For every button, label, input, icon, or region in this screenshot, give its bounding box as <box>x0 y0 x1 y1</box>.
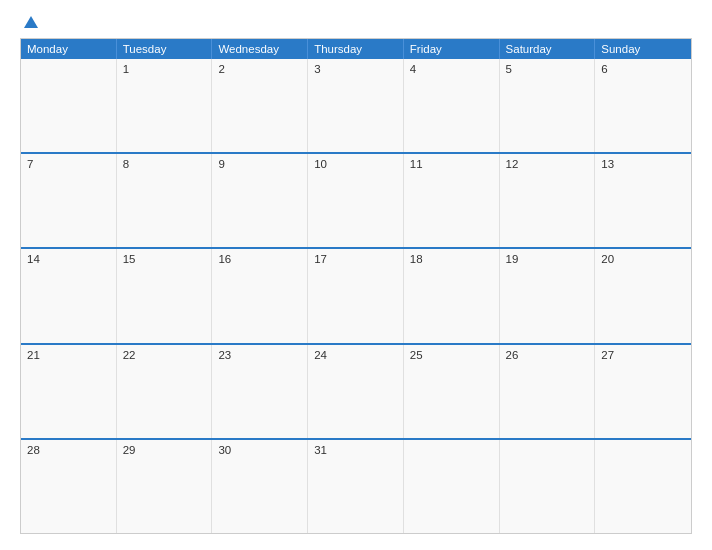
day-number: 2 <box>218 63 301 75</box>
day-cell: 14 <box>21 249 117 342</box>
week-row-4: 28293031 <box>21 438 691 533</box>
day-number: 29 <box>123 444 206 456</box>
day-number: 12 <box>506 158 589 170</box>
day-number: 15 <box>123 253 206 265</box>
day-header-friday: Friday <box>404 39 500 59</box>
day-number: 3 <box>314 63 397 75</box>
day-number: 10 <box>314 158 397 170</box>
day-cell: 28 <box>21 440 117 533</box>
header <box>20 16 692 28</box>
day-number: 31 <box>314 444 397 456</box>
day-cell: 19 <box>500 249 596 342</box>
calendar-grid: MondayTuesdayWednesdayThursdayFridaySatu… <box>20 38 692 534</box>
day-cell: 31 <box>308 440 404 533</box>
day-number: 4 <box>410 63 493 75</box>
day-number: 5 <box>506 63 589 75</box>
day-number: 28 <box>27 444 110 456</box>
day-cell: 26 <box>500 345 596 438</box>
day-cell: 29 <box>117 440 213 533</box>
day-cell <box>404 440 500 533</box>
day-number: 9 <box>218 158 301 170</box>
day-number: 13 <box>601 158 685 170</box>
day-cell: 1 <box>117 59 213 152</box>
day-cell: 11 <box>404 154 500 247</box>
day-number: 22 <box>123 349 206 361</box>
day-cell: 15 <box>117 249 213 342</box>
day-cell <box>500 440 596 533</box>
day-number: 7 <box>27 158 110 170</box>
day-header-monday: Monday <box>21 39 117 59</box>
day-cell: 12 <box>500 154 596 247</box>
weeks-container: 1234567891011121314151617181920212223242… <box>21 59 691 533</box>
day-number: 14 <box>27 253 110 265</box>
day-header-sunday: Sunday <box>595 39 691 59</box>
day-cell: 13 <box>595 154 691 247</box>
day-number: 16 <box>218 253 301 265</box>
day-cell: 22 <box>117 345 213 438</box>
day-cell: 27 <box>595 345 691 438</box>
day-number: 6 <box>601 63 685 75</box>
day-number: 19 <box>506 253 589 265</box>
day-cell: 3 <box>308 59 404 152</box>
week-row-0: 123456 <box>21 59 691 152</box>
day-cell: 10 <box>308 154 404 247</box>
day-cell: 20 <box>595 249 691 342</box>
day-cell: 2 <box>212 59 308 152</box>
day-cell: 9 <box>212 154 308 247</box>
day-number: 26 <box>506 349 589 361</box>
week-row-1: 78910111213 <box>21 152 691 247</box>
day-number: 24 <box>314 349 397 361</box>
day-cell <box>595 440 691 533</box>
calendar-page: MondayTuesdayWednesdayThursdayFridaySatu… <box>0 0 712 550</box>
day-number: 1 <box>123 63 206 75</box>
day-cell: 6 <box>595 59 691 152</box>
day-cell: 7 <box>21 154 117 247</box>
day-number: 21 <box>27 349 110 361</box>
day-cell: 24 <box>308 345 404 438</box>
day-cell: 16 <box>212 249 308 342</box>
day-cell: 18 <box>404 249 500 342</box>
day-cell <box>21 59 117 152</box>
day-cell: 25 <box>404 345 500 438</box>
week-row-3: 21222324252627 <box>21 343 691 438</box>
day-cell: 30 <box>212 440 308 533</box>
day-number: 23 <box>218 349 301 361</box>
day-cell: 8 <box>117 154 213 247</box>
week-row-2: 14151617181920 <box>21 247 691 342</box>
day-cell: 23 <box>212 345 308 438</box>
day-header-saturday: Saturday <box>500 39 596 59</box>
day-cell: 17 <box>308 249 404 342</box>
day-header-tuesday: Tuesday <box>117 39 213 59</box>
day-cell: 5 <box>500 59 596 152</box>
day-cell: 21 <box>21 345 117 438</box>
day-cell: 4 <box>404 59 500 152</box>
day-number: 18 <box>410 253 493 265</box>
day-number: 17 <box>314 253 397 265</box>
logo-blue-text <box>20 16 38 28</box>
day-number: 27 <box>601 349 685 361</box>
day-number: 20 <box>601 253 685 265</box>
day-number: 11 <box>410 158 493 170</box>
day-header-wednesday: Wednesday <box>212 39 308 59</box>
day-header-thursday: Thursday <box>308 39 404 59</box>
day-headers-row: MondayTuesdayWednesdayThursdayFridaySatu… <box>21 39 691 59</box>
logo <box>20 16 38 28</box>
day-number: 30 <box>218 444 301 456</box>
day-number: 8 <box>123 158 206 170</box>
day-number: 25 <box>410 349 493 361</box>
logo-triangle-icon <box>24 16 38 28</box>
